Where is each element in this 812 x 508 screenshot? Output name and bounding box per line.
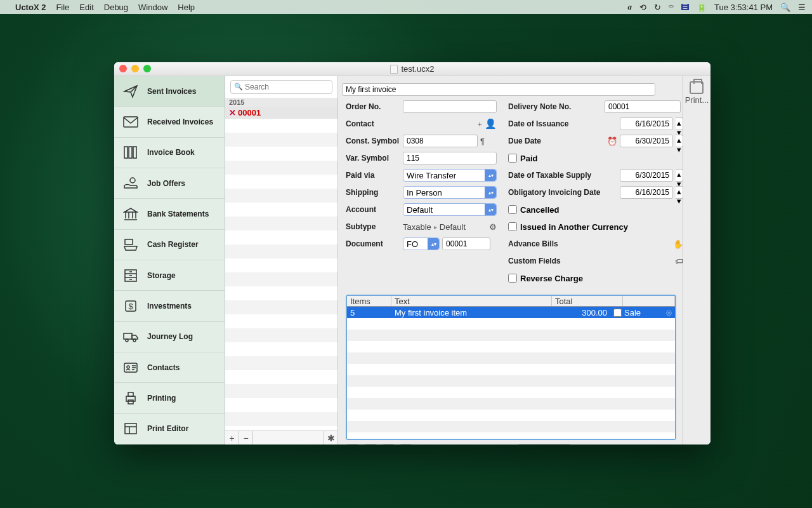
item-clear-icon[interactable]: ⊗ xyxy=(662,308,675,318)
status-flag-icon[interactable]: ☰ xyxy=(681,4,689,10)
sidebar-item-invoice-book[interactable]: Invoice Book xyxy=(114,138,225,168)
document-number-field[interactable] xyxy=(442,237,490,250)
sidebar: Sent Invoices Received Invoices Invoice … xyxy=(114,76,225,444)
label-var-symbol: Var. Symbol xyxy=(346,154,400,163)
svg-rect-1 xyxy=(124,147,128,158)
obligatory-date-stepper[interactable]: ▴▾ xyxy=(676,186,683,199)
another-currency-checkbox[interactable]: Issued in Another Currency xyxy=(508,222,628,232)
paid-checkbox[interactable]: Paid xyxy=(508,154,537,163)
status-notifications-icon[interactable]: ☰ xyxy=(798,3,806,12)
invoice-list-row[interactable]: ✕ 00001 xyxy=(225,107,337,119)
cancelled-checkbox[interactable]: Cancelled xyxy=(508,205,559,215)
obligatory-date-field[interactable]: 6/16/2015 xyxy=(620,186,673,199)
menu-edit[interactable]: Edit xyxy=(79,3,93,12)
sidebar-item-contacts[interactable]: Contacts xyxy=(114,352,225,383)
item-sale-checkbox[interactable] xyxy=(613,309,622,317)
menu-window[interactable]: Window xyxy=(138,3,167,12)
svg-point-10 xyxy=(126,339,128,342)
status-timemachine-icon[interactable]: ↻ xyxy=(654,3,661,12)
add-contact-button[interactable]: + xyxy=(477,119,482,129)
sidebar-item-received-invoices[interactable]: Received Invoices xyxy=(114,107,225,137)
svg-point-13 xyxy=(127,366,129,368)
search-input[interactable] xyxy=(230,80,332,94)
sidebar-item-storage[interactable]: Storage xyxy=(114,260,225,291)
paid-via-select[interactable]: Wire Transfer▴▾ xyxy=(403,169,497,182)
document-prefix-select[interactable]: FO▴▾ xyxy=(403,237,440,250)
sidebar-item-journey-log[interactable]: Journey Log xyxy=(114,322,225,352)
items-footer: + − ⧉ ▥ Add from Storage = 1500.00 + 0.0… xyxy=(346,444,676,444)
shipping-select[interactable]: In Person▴▾ xyxy=(403,186,497,199)
sidebar-item-label: Contacts xyxy=(147,363,180,372)
subtype-settings-icon[interactable]: ⚙ xyxy=(489,222,497,232)
invoice-form: Text Order No. Contact + 👤 Const. Symbol… xyxy=(338,76,683,444)
item-row[interactable]: 5 My first invoice item 300.00 Sale ⊗ xyxy=(347,307,675,318)
document-icon xyxy=(390,65,398,74)
add-invoice-button[interactable]: + xyxy=(225,431,239,445)
contact-icon[interactable]: 👤 xyxy=(485,118,497,130)
alarm-icon[interactable]: ⏰ xyxy=(607,137,617,146)
col-header-items[interactable]: Items xyxy=(347,296,391,306)
const-symbol-field[interactable] xyxy=(403,135,478,147)
svg-rect-3 xyxy=(133,147,136,158)
remove-item-button[interactable]: − xyxy=(363,444,377,444)
status-battery-icon[interactable]: 🔋 xyxy=(697,3,707,12)
storage-item-button[interactable]: ▥ xyxy=(399,444,413,444)
date-issuance-stepper[interactable]: ▴▾ xyxy=(676,117,683,130)
sidebar-item-label: Received Invoices xyxy=(147,117,213,126)
close-button[interactable] xyxy=(119,65,127,72)
order-no-field[interactable] xyxy=(403,100,497,113)
date-taxable-field[interactable]: 6/30/2015 xyxy=(620,169,673,182)
sidebar-item-bank-statements[interactable]: Bank Statements xyxy=(114,199,225,229)
sidebar-item-print-editor[interactable]: Print Editor xyxy=(114,414,225,444)
sidebar-item-cash-register[interactable]: Cash Register xyxy=(114,230,225,260)
minimize-button[interactable] xyxy=(131,65,139,72)
duplicate-item-button[interactable]: ⧉ xyxy=(381,444,395,444)
date-issuance-field[interactable]: 6/16/2015 xyxy=(620,117,673,130)
zoom-button[interactable] xyxy=(143,65,151,72)
add-item-button[interactable]: + xyxy=(346,444,360,444)
remove-invoice-button[interactable]: − xyxy=(239,431,253,445)
status-clock[interactable]: Tue 3:53:41 PM xyxy=(714,3,773,12)
print-button[interactable]: Print... xyxy=(685,81,709,105)
tag-icon[interactable]: 🏷 xyxy=(675,257,683,266)
titlebar: test.ucx2 xyxy=(114,62,710,76)
status-sync-icon[interactable]: ⟲ xyxy=(639,3,646,12)
delivery-note-field[interactable] xyxy=(605,100,681,113)
col-header-total[interactable]: Total xyxy=(552,296,623,306)
label-date-taxable: Date of Taxable Supply xyxy=(508,171,602,180)
pilcrow-icon[interactable]: ¶ xyxy=(480,137,485,146)
status-wifi-icon[interactable]: ⌔ xyxy=(669,3,674,12)
sidebar-item-sent-invoices[interactable]: Sent Invoices xyxy=(114,76,225,107)
sidebar-item-label: Investments xyxy=(147,302,192,311)
sidebar-item-printing[interactable]: Printing xyxy=(114,383,225,413)
col-header-text[interactable]: Text xyxy=(391,296,552,306)
label-contact: Contact xyxy=(346,119,400,128)
subtotal-field[interactable] xyxy=(518,444,571,444)
label-const-symbol: Const. Symbol xyxy=(346,137,400,145)
due-date-stepper[interactable]: ▴▾ xyxy=(676,135,683,147)
due-date-field[interactable]: 6/30/2015 xyxy=(620,135,673,147)
reverse-charge-checkbox[interactable]: Reverse Charge xyxy=(508,274,583,283)
sidebar-item-job-offers[interactable]: Job Offers xyxy=(114,168,225,199)
subtype-value[interactable]: Taxable▸Default xyxy=(403,222,466,232)
label-paid-via: Paid via xyxy=(346,171,400,180)
account-select[interactable]: Default▴▾ xyxy=(403,203,497,216)
sidebar-item-investments[interactable]: $ Investments xyxy=(114,291,225,321)
date-taxable-stepper[interactable]: ▴▾ xyxy=(676,169,683,182)
app-name[interactable]: UctoX 2 xyxy=(15,3,46,12)
status-spotlight-icon[interactable]: 🔍 xyxy=(780,3,790,12)
menu-help[interactable]: Help xyxy=(178,3,195,12)
list-settings-button[interactable]: ✱ xyxy=(324,431,337,445)
paperplane-icon xyxy=(122,84,140,99)
var-symbol-field[interactable] xyxy=(403,152,497,164)
sidebar-item-label: Storage xyxy=(147,271,176,280)
advance-bills-icon[interactable]: ✋ xyxy=(673,239,683,249)
text-field[interactable] xyxy=(342,83,655,96)
label-advance-bills: Advance Bills xyxy=(508,239,602,248)
sidebar-item-label: Journey Log xyxy=(147,332,193,341)
status-bold-icon[interactable]: a xyxy=(627,2,632,12)
sidebar-item-label: Print Editor xyxy=(147,424,188,433)
menu-file[interactable]: File xyxy=(56,3,69,12)
menu-debug[interactable]: Debug xyxy=(104,3,128,12)
print-label: Print... xyxy=(685,95,709,105)
